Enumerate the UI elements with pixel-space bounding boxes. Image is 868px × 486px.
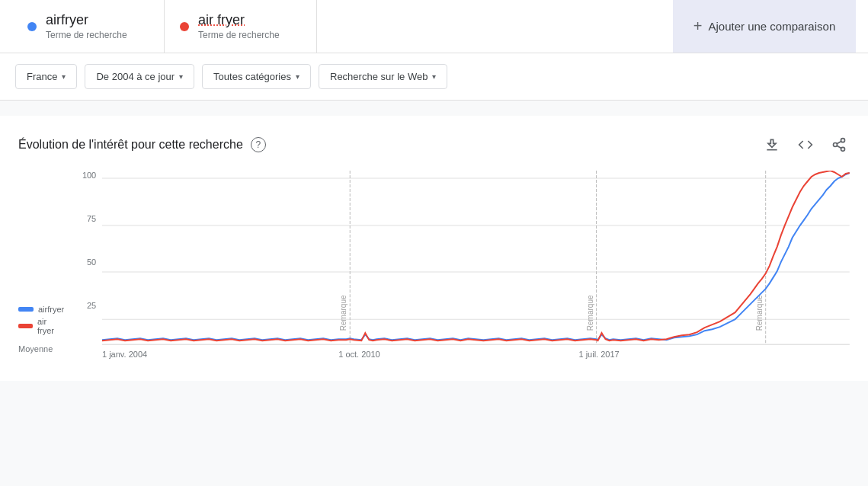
search-terms-bar: airfryer Terme de recherche air fryer Te… (0, 0, 868, 53)
embed-button[interactable] (795, 134, 816, 155)
add-comparison-button[interactable]: + Ajouter une comparaison (673, 0, 856, 53)
filter-country-label: France (27, 71, 57, 82)
chevron-down-icon: ▾ (432, 72, 436, 81)
plus-icon: + (693, 18, 703, 35)
trend-chart-svg: Remarque Remarque Remarque 1 janv. 2004 (102, 171, 850, 369)
section-gap (0, 101, 868, 116)
term2-info: air fryer Terme de recherche (198, 12, 280, 40)
x-label-2017: 1 juil. 2017 (579, 350, 620, 359)
y-axis: 100 75 50 25 (79, 171, 102, 369)
chart-title: Évolution de l'intérêt pour cette recher… (18, 138, 243, 152)
embed-icon (798, 137, 813, 152)
chart-main: Remarque Remarque Remarque 1 janv. 2004 (102, 171, 850, 369)
search-term-card-1: airfryer Terme de recherche (12, 0, 165, 53)
term2-dot (180, 22, 189, 31)
term1-name: airfryer (46, 12, 127, 28)
y-label-100: 100 (82, 171, 96, 180)
legend-label-2: air fryer (37, 317, 64, 335)
chart-with-axes: 100 75 50 25 Remarque (79, 171, 850, 369)
y-label-25: 25 (87, 301, 96, 310)
chevron-down-icon: ▾ (62, 72, 66, 81)
help-icon[interactable]: ? (251, 137, 266, 152)
share-button[interactable] (828, 134, 850, 155)
y-label-0 (94, 344, 96, 353)
add-comparison-label: Ajouter une comparaison (708, 20, 835, 33)
term1-dot (27, 22, 37, 31)
term2-name: air fryer (198, 12, 280, 28)
filter-period[interactable]: De 2004 à ce jour ▾ (85, 64, 194, 89)
remarque-label-1: Remarque (339, 295, 348, 331)
search-term-card-2: air fryer Terme de recherche (165, 0, 317, 53)
chevron-down-icon: ▾ (296, 72, 299, 81)
filter-country[interactable]: France ▾ (15, 64, 77, 89)
air-fryer-line (102, 171, 850, 341)
filter-search-type[interactable]: Recherche sur le Web ▾ (319, 64, 447, 89)
remarque-label-3: Remarque (755, 295, 764, 331)
legend-bar-2 (18, 324, 33, 328)
average-label: Moyenne (18, 344, 64, 353)
chart-actions (761, 134, 850, 155)
term2-label: Terme de recherche (198, 30, 280, 40)
term1-info: airfryer Terme de recherche (46, 12, 127, 40)
svg-point-1 (834, 143, 838, 147)
term1-label: Terme de recherche (46, 30, 127, 40)
remarque-label-2: Remarque (586, 295, 594, 331)
svg-line-4 (837, 141, 841, 143)
filter-category[interactable]: Toutes catégories ▾ (202, 64, 311, 89)
svg-point-2 (841, 147, 845, 151)
chart-section: Évolution de l'intérêt pour cette recher… (0, 116, 868, 381)
legend-label-1: airfryer (38, 305, 64, 314)
share-icon (831, 137, 847, 152)
y-label-75: 75 (87, 214, 96, 223)
x-label-2010: 1 oct. 2010 (338, 350, 380, 359)
download-button[interactable] (761, 134, 783, 155)
chart-legend: airfryer air fryer Moyenne (18, 305, 64, 369)
filter-search-type-label: Recherche sur le Web (330, 71, 428, 82)
svg-point-0 (841, 139, 845, 142)
filter-category-label: Toutes catégories (213, 71, 291, 82)
filter-period-label: De 2004 à ce jour (96, 71, 175, 82)
chart-title-group: Évolution de l'intérêt pour cette recher… (18, 137, 266, 152)
chart-header: Évolution de l'intérêt pour cette recher… (18, 134, 850, 155)
filters-bar: France ▾ De 2004 à ce jour ▾ Toutes caté… (0, 53, 868, 101)
airfryer-line (102, 173, 850, 340)
legend-item-2: air fryer (18, 317, 64, 335)
x-label-2004: 1 janv. 2004 (102, 350, 147, 359)
legend-item-1: airfryer (18, 305, 64, 314)
svg-line-3 (837, 145, 841, 148)
download-icon (764, 137, 780, 152)
chevron-down-icon: ▾ (179, 72, 183, 81)
legend-bar-1 (18, 307, 34, 312)
chart-area: airfryer air fryer Moyenne 100 75 50 25 (18, 171, 850, 369)
y-label-50: 50 (87, 257, 96, 267)
